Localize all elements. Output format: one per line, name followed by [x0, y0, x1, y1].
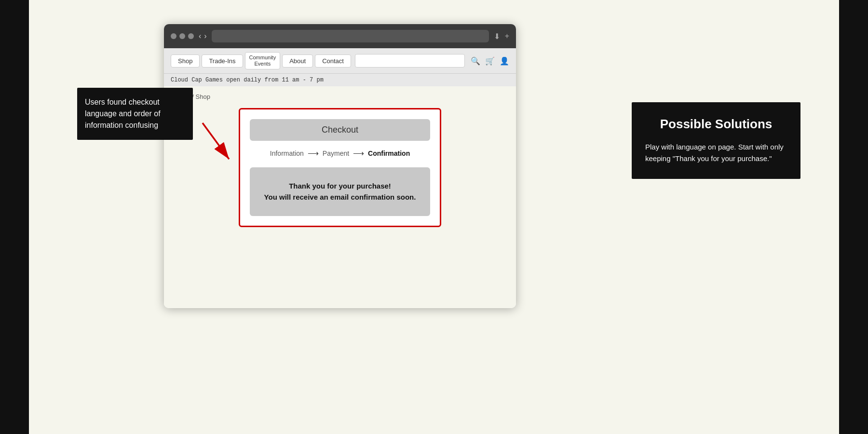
main-content: Users found checkout language and order … — [29, 0, 839, 434]
checkout-title[interactable]: Checkout — [250, 119, 430, 141]
website-body: Home / Shop Checkout Information ⟶ Payme… — [164, 86, 516, 308]
nav-shop[interactable]: Shop — [171, 54, 200, 68]
download-icon[interactable]: ⬇ — [494, 32, 500, 41]
step-confirmation: Confirmation — [368, 149, 410, 157]
website-nav: Shop Trade-Ins CommunityEvents About Con… — [164, 48, 516, 74]
solutions-title: Possible Solutions — [645, 117, 787, 132]
browser-dot-3 — [188, 33, 194, 39]
left-bar — [0, 0, 29, 434]
checkout-card: Checkout Information ⟶ Payment ⟶ Confirm… — [239, 108, 441, 227]
checkout-steps: Information ⟶ Payment ⟶ Confirmation — [250, 149, 430, 158]
nav-contact[interactable]: Contact — [315, 54, 351, 68]
address-bar[interactable] — [212, 30, 489, 42]
confirmation-text: Thank you for your purchase! You will re… — [259, 181, 420, 203]
annotation-text: Users found checkout language and order … — [85, 98, 161, 129]
browser-nav: ‹ › — [199, 32, 207, 41]
user-icon[interactable]: 👤 — [500, 56, 509, 66]
right-bar — [839, 0, 868, 434]
new-tab-icon[interactable]: + — [505, 32, 509, 41]
step-information: Information — [270, 149, 304, 157]
browser-actions: ⬇ + — [494, 32, 509, 41]
announcement-text: Cloud Cap Games open daily from 11 am - … — [171, 77, 324, 83]
cart-icon[interactable]: 🛒 — [485, 56, 495, 66]
solutions-panel: Possible Solutions Play with language on… — [632, 102, 800, 179]
solutions-body: Play with language on page. Start with o… — [645, 141, 787, 164]
browser-window: ‹ › ⬇ + Shop Trade-Ins CommunityEvents A… — [164, 24, 516, 308]
browser-chrome: ‹ › ⬇ + — [164, 24, 516, 48]
nav-trade-ins[interactable]: Trade-Ins — [202, 54, 243, 68]
forward-button[interactable]: › — [204, 32, 206, 41]
browser-dot-2 — [179, 33, 185, 39]
announcement-bar: Cloud Cap Games open daily from 11 am - … — [164, 74, 516, 86]
annotation-box: Users found checkout language and order … — [77, 88, 193, 140]
nav-search-input[interactable] — [355, 54, 465, 68]
confirmation-box: Thank you for your purchase! You will re… — [250, 167, 430, 216]
step-payment: Payment — [323, 149, 349, 157]
nav-community-events[interactable]: CommunityEvents — [245, 52, 281, 69]
back-button[interactable]: ‹ — [199, 32, 201, 41]
search-icon[interactable]: 🔍 — [471, 56, 480, 66]
breadcrumb: Home / Shop — [174, 93, 506, 100]
arrow-2: ⟶ — [353, 149, 364, 158]
browser-dot-1 — [171, 33, 176, 39]
nav-icons: 🔍 🛒 👤 — [471, 56, 509, 66]
arrow-1: ⟶ — [308, 149, 319, 158]
nav-about[interactable]: About — [282, 54, 313, 68]
browser-dots — [171, 33, 194, 39]
